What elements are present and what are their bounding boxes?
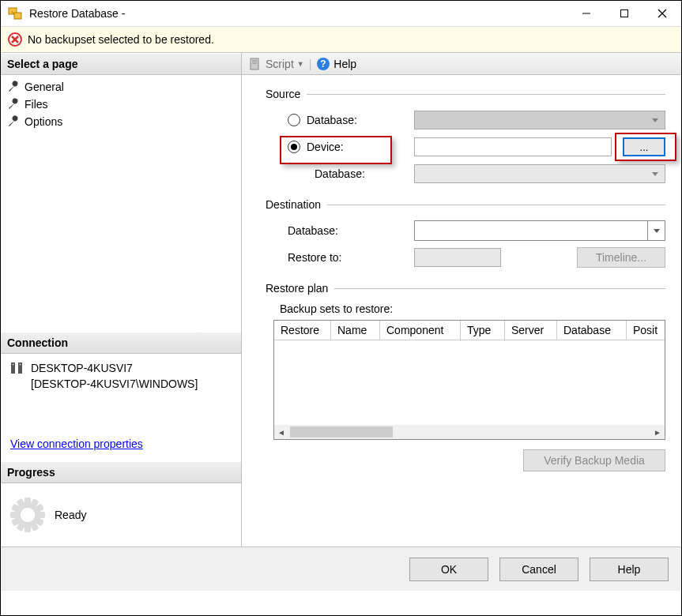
column-header[interactable]: Name <box>331 321 380 340</box>
script-dropdown[interactable]: Script ▼ <box>248 57 304 71</box>
script-label: Script <box>266 58 294 70</box>
script-icon <box>248 57 262 71</box>
svg-point-12 <box>13 364 14 366</box>
page-item-files[interactable]: Files <box>6 96 236 113</box>
connection-server: DESKTOP-4KUSVI7 <box>31 360 198 376</box>
page-label: Files <box>24 98 48 111</box>
svg-point-13 <box>20 364 21 366</box>
dialog-button-bar: OK Cancel Help <box>1 547 681 591</box>
error-icon <box>7 32 23 47</box>
destination-database-label: Database: <box>288 224 338 237</box>
window-title: Restore Database - <box>29 7 567 20</box>
source-group-label: Source <box>266 88 300 100</box>
ok-button[interactable]: OK <box>409 558 488 581</box>
connection-info: DESKTOP-4KUSVI7 [DESKTOP-4KUSVI7\WINDOWS… <box>1 354 241 430</box>
restore-plan-group-label: Restore plan <box>266 282 328 295</box>
destination-group-label: Destination <box>266 198 321 211</box>
scroll-left-icon[interactable]: ◄ <box>274 425 288 439</box>
cancel-button[interactable]: Cancel <box>499 558 578 581</box>
content-toolbar: Script ▼ | ? Help <box>242 53 681 75</box>
svg-rect-14 <box>251 58 258 69</box>
server-icon <box>9 360 24 376</box>
content-area: Script ▼ | ? Help Source Database: <box>242 53 681 547</box>
select-page-header: Select a page <box>1 53 241 75</box>
warning-bar: No backupset selected to be restored. <box>1 27 681 53</box>
highlight-box <box>280 136 392 164</box>
chevron-down-icon: ▼ <box>297 60 304 68</box>
connection-header: Connection <box>1 332 241 354</box>
backup-sets-grid[interactable]: Restore Name Component Type Server Datab… <box>273 320 665 440</box>
wrench-icon <box>7 115 20 128</box>
wrench-icon <box>7 81 20 93</box>
progress-panel: Ready <box>1 483 241 547</box>
help-label: Help <box>333 58 356 70</box>
restore-to-label: Restore to: <box>288 251 341 264</box>
source-database-label: Database: <box>307 114 357 126</box>
grid-body <box>274 340 665 425</box>
grid-header-row: Restore Name Component Type Server Datab… <box>274 321 665 340</box>
column-header[interactable]: Component <box>380 321 461 340</box>
page-item-general[interactable]: General <box>6 78 236 96</box>
source-device-textbox[interactable] <box>414 137 612 156</box>
maximize-button[interactable] <box>605 1 643 27</box>
scroll-thumb[interactable] <box>290 426 393 438</box>
backup-sets-label: Backup sets to restore: <box>280 302 665 315</box>
highlight-box <box>615 133 676 161</box>
title-bar: Restore Database - <box>1 1 681 27</box>
scroll-right-icon[interactable]: ► <box>650 425 665 439</box>
close-button[interactable] <box>643 1 681 27</box>
column-header[interactable]: Database <box>557 321 627 340</box>
progress-header: Progress <box>1 461 241 483</box>
connection-user: [DESKTOP-4KUSVI7\WINDOWS] <box>31 376 198 392</box>
sidebar: Select a page General Files Options Conn… <box>1 53 242 547</box>
divider <box>307 94 665 95</box>
help-toolbar-button[interactable]: ? Help <box>316 57 356 71</box>
verify-backup-media-button: Verify Backup Media <box>523 449 665 471</box>
source-sub-database-dropdown[interactable] <box>414 164 665 183</box>
page-label: General <box>24 81 64 93</box>
destination-database-dropdown[interactable] <box>414 220 665 241</box>
horizontal-scrollbar[interactable]: ◄ ► <box>274 425 665 439</box>
warning-text: No backupset selected to be restored. <box>28 33 214 46</box>
column-header[interactable]: Restore <box>274 321 331 340</box>
page-item-options[interactable]: Options <box>6 113 236 130</box>
source-database-radio[interactable] <box>288 114 300 126</box>
svg-text:?: ? <box>321 58 326 69</box>
source-database-dropdown <box>414 111 665 130</box>
column-header[interactable]: Posit <box>627 321 665 340</box>
view-connection-properties-link[interactable]: View connection properties <box>10 438 143 450</box>
page-label: Options <box>24 115 62 128</box>
spinner-icon <box>10 498 45 532</box>
help-icon: ? <box>316 57 330 71</box>
window-controls <box>567 1 681 27</box>
svg-rect-1 <box>14 13 21 19</box>
progress-state: Ready <box>55 509 86 521</box>
chevron-down-icon[interactable] <box>647 221 665 240</box>
divider <box>327 205 665 205</box>
timeline-button: Timeline... <box>577 247 665 268</box>
restore-to-textbox <box>414 248 501 267</box>
wrench-icon <box>7 98 20 111</box>
column-header[interactable]: Type <box>461 321 505 340</box>
column-header[interactable]: Server <box>505 321 557 340</box>
divider <box>334 288 665 289</box>
page-list: General Files Options <box>1 75 241 133</box>
minimize-button[interactable] <box>567 1 605 27</box>
help-button[interactable]: Help <box>590 558 669 581</box>
source-sub-database-label: Database: <box>315 167 365 180</box>
app-icon <box>7 6 23 21</box>
svg-rect-3 <box>621 10 628 17</box>
